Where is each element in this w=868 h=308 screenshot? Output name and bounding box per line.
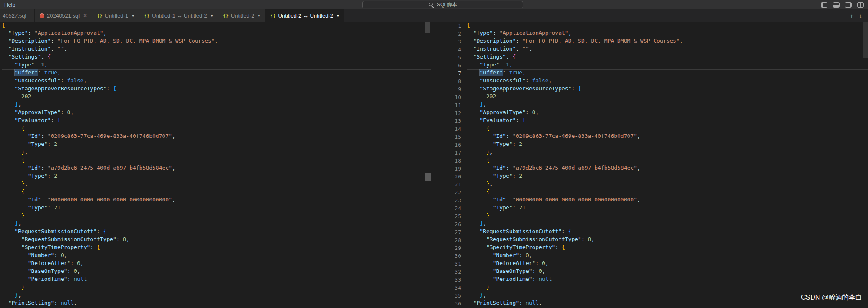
code-line[interactable]: "Unsuccessful": false, xyxy=(467,77,868,85)
code-line[interactable]: { xyxy=(2,188,431,196)
code-line[interactable]: "StageApproverResourceTypes": [ xyxy=(467,85,868,93)
line-number[interactable]: 29 xyxy=(431,244,461,252)
line-number[interactable]: 14 xyxy=(431,125,461,133)
code-line[interactable]: "Id": "0209c863-77ca-469e-833a-40f746b0d… xyxy=(467,133,868,141)
code-line[interactable]: ], xyxy=(467,101,868,109)
code-line[interactable]: "ApprovalType": 0, xyxy=(2,109,431,117)
code-line[interactable]: "RequestSubmissionCutoffType": 0, xyxy=(467,236,868,244)
code-line[interactable]: "Id": "0209c863-77ca-469e-833a-40f746b0d… xyxy=(2,133,431,141)
command-center-search[interactable]: SQL脚本 xyxy=(362,1,523,8)
code-line[interactable]: "SpecifyTimeProperty": { xyxy=(467,244,868,252)
code-line[interactable]: "BeforeAfter": 0, xyxy=(467,260,868,268)
code-line[interactable]: "PrintSetting": null, xyxy=(2,300,431,308)
line-number[interactable]: 23 xyxy=(431,196,461,204)
modified-dot-icon[interactable]: ● xyxy=(211,14,213,18)
line-number[interactable]: 12 xyxy=(431,109,461,117)
code-line[interactable]: { xyxy=(2,22,431,30)
line-number[interactable]: 22 xyxy=(431,188,461,196)
line-number[interactable]: 3 xyxy=(431,38,461,46)
code-line[interactable]: }, xyxy=(2,181,431,188)
editor-tab[interactable]: 20240521.sql× xyxy=(35,9,92,22)
code-line[interactable]: "Evaluator": [ xyxy=(467,117,868,125)
code-line[interactable]: "PeriodTime": null xyxy=(467,276,868,284)
line-number[interactable]: 5 xyxy=(431,53,461,61)
line-number[interactable]: 16 xyxy=(431,141,461,149)
code-line[interactable]: "PeriodTime": null xyxy=(2,276,431,284)
code-line[interactable]: "Type": 2 xyxy=(2,141,431,149)
customize-layout-icon[interactable] xyxy=(857,2,864,8)
code-line[interactable]: "Evaluator": [ xyxy=(2,117,431,125)
line-number[interactable]: 2 xyxy=(431,30,461,38)
toggle-primary-sidebar-icon[interactable] xyxy=(821,2,827,8)
code-line[interactable]: "Type": 2 xyxy=(467,173,868,181)
line-number[interactable]: 24 xyxy=(431,204,461,212)
code-line[interactable]: "Instruction": "", xyxy=(2,46,431,53)
code-line[interactable]: "Id": "00000000-0000-0000-0000-000000000… xyxy=(2,196,431,204)
code-line[interactable]: "RequestSubmissionCutoffType": 0, xyxy=(2,236,431,244)
editor-tab[interactable]: {}Untitled-2 ↔ Untitled-2● xyxy=(265,9,344,22)
line-number[interactable]: 26 xyxy=(431,220,461,228)
code-line[interactable]: ], xyxy=(2,220,431,228)
line-number[interactable]: 20 xyxy=(431,173,461,181)
code-line[interactable]: { xyxy=(467,125,868,133)
modified-dot-icon[interactable]: ● xyxy=(337,14,339,18)
code-line[interactable]: "Number": 0, xyxy=(467,252,868,260)
code-line[interactable]: "Offer": true, xyxy=(467,69,868,77)
line-number[interactable]: 31 xyxy=(431,260,461,268)
line-number[interactable]: 17 xyxy=(431,149,461,157)
code-line[interactable]: "Type": 2 xyxy=(2,173,431,181)
code-line[interactable]: "Id": "a79d2bc6-2475-400d-a697-b4fb58d58… xyxy=(2,165,431,173)
modified-dot-icon[interactable]: ● xyxy=(258,14,260,18)
line-number[interactable]: 30 xyxy=(431,252,461,260)
code-line[interactable]: }, xyxy=(467,149,868,157)
code-line[interactable]: } xyxy=(467,212,868,220)
line-number[interactable]: 13 xyxy=(431,117,461,125)
code-line[interactable]: "ApprovalType": 0, xyxy=(467,109,868,117)
scrollbar-thumb[interactable] xyxy=(863,22,868,58)
menu-item-help[interactable]: Help xyxy=(0,0,20,9)
line-number[interactable]: 25 xyxy=(431,212,461,220)
code-line[interactable]: "Type": "ApplicationApproval", xyxy=(467,30,868,38)
code-line[interactable]: } xyxy=(2,284,431,292)
code-line[interactable]: "Id": "a79d2bc6-2475-400d-a697-b4fb58d58… xyxy=(467,165,868,173)
code-line[interactable]: "RequestSubmissionCutoff": { xyxy=(467,228,868,236)
code-line[interactable]: "Type": 21 xyxy=(2,204,431,212)
code-line[interactable]: "Type": 1, xyxy=(2,61,431,69)
diff-left-pane[interactable]: { "Type": "ApplicationApproval", "Descri… xyxy=(0,22,431,308)
line-number[interactable]: 33 xyxy=(431,276,461,284)
toggle-panel-icon[interactable] xyxy=(833,2,840,8)
code-line[interactable]: { xyxy=(2,125,431,133)
next-change-icon[interactable]: ↓ xyxy=(859,12,863,19)
code-line[interactable]: "Id": "00000000-0000-0000-0000-000000000… xyxy=(467,196,868,204)
line-number[interactable]: 32 xyxy=(431,268,461,276)
line-number[interactable]: 4 xyxy=(431,46,461,53)
code-line[interactable]: "StageApproverResourceTypes": [ xyxy=(2,85,431,93)
code-line[interactable]: "Type": 2 xyxy=(467,141,868,149)
line-number[interactable]: 8 xyxy=(431,77,461,85)
line-number[interactable]: 15 xyxy=(431,133,461,141)
code-line[interactable]: "Description": "For FQ PTD, AD, SD, DC, … xyxy=(2,38,431,46)
code-line[interactable]: "BaseOnType": 0, xyxy=(2,268,431,276)
code-line[interactable]: "Offer": true, xyxy=(2,69,431,77)
code-line[interactable]: { xyxy=(2,157,431,165)
line-number[interactable]: 1 xyxy=(431,22,461,30)
diff-right-pane[interactable]: 1234567891011121314151617181920212223242… xyxy=(431,22,868,308)
code-line[interactable]: "Unsuccessful": false, xyxy=(2,77,431,85)
code-line[interactable]: "Settings": { xyxy=(2,53,431,61)
code-line[interactable]: "Instruction": "", xyxy=(467,46,868,53)
line-number[interactable]: 7 xyxy=(431,69,461,77)
line-number[interactable]: 34 xyxy=(431,284,461,292)
line-number[interactable]: 10 xyxy=(431,93,461,101)
scrollbar-handle[interactable] xyxy=(425,173,431,181)
line-number[interactable]: 27 xyxy=(431,228,461,236)
code-line[interactable]: { xyxy=(467,157,868,165)
editor-tab[interactable]: {}Untitled-1● xyxy=(92,9,139,22)
code-line[interactable]: "Description": "For FQ PTD, AD, SD, DC, … xyxy=(467,38,868,46)
editor-tab[interactable]: {}Untitled-2● xyxy=(218,9,266,22)
code-line[interactable]: }, xyxy=(2,149,431,157)
code-line[interactable]: "Number": 0, xyxy=(2,252,431,260)
editor-tab[interactable]: {}Untitled-1 ↔ Untitled-2● xyxy=(139,9,218,22)
line-number[interactable]: 19 xyxy=(431,165,461,173)
code-line[interactable]: { xyxy=(467,188,868,196)
previous-change-icon[interactable]: ↑ xyxy=(850,12,853,19)
